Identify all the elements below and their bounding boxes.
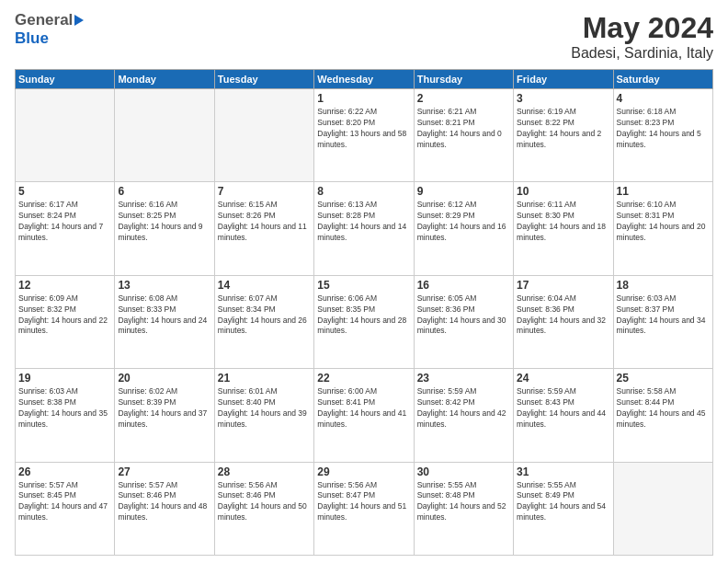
day-info: Sunrise: 5:59 AMSunset: 8:42 PMDaylight:… bbox=[417, 386, 510, 431]
table-row: 9 Sunrise: 6:12 AMSunset: 8:29 PMDayligh… bbox=[414, 182, 513, 275]
day-number: 18 bbox=[617, 279, 710, 292]
title-section: May 2024 Badesi, Sardinia, Italy bbox=[571, 11, 713, 62]
day-number: 31 bbox=[517, 465, 609, 478]
table-row: 6 Sunrise: 6:16 AMSunset: 8:25 PMDayligh… bbox=[115, 182, 214, 275]
day-info: Sunrise: 6:04 AMSunset: 8:36 PMDaylight:… bbox=[517, 293, 609, 338]
table-row: 30 Sunrise: 5:55 AMSunset: 8:48 PMDaylig… bbox=[414, 462, 513, 555]
day-info: Sunrise: 6:01 AMSunset: 8:40 PMDaylight:… bbox=[218, 386, 311, 431]
day-number: 17 bbox=[517, 279, 609, 292]
logo-general-text: General bbox=[15, 11, 73, 29]
table-row: 11 Sunrise: 6:10 AMSunset: 8:31 PMDaylig… bbox=[613, 182, 712, 275]
day-info: Sunrise: 6:22 AMSunset: 8:20 PMDaylight:… bbox=[317, 107, 410, 151]
day-number: 30 bbox=[417, 465, 510, 478]
logo-arrow-icon bbox=[74, 15, 84, 26]
header-friday: Friday bbox=[514, 70, 613, 89]
location-title: Badesi, Sardinia, Italy bbox=[571, 45, 713, 62]
table-row: 31 Sunrise: 5:55 AMSunset: 8:49 PMDaylig… bbox=[514, 462, 613, 555]
day-number: 11 bbox=[617, 185, 710, 198]
table-row: 2 Sunrise: 6:21 AMSunset: 8:21 PMDayligh… bbox=[414, 89, 513, 182]
header-sunday: Sunday bbox=[16, 70, 115, 89]
weekday-header-row: Sunday Monday Tuesday Wednesday Thursday… bbox=[16, 70, 713, 89]
table-row: 1 Sunrise: 6:22 AMSunset: 8:20 PMDayligh… bbox=[314, 89, 414, 182]
day-info: Sunrise: 6:13 AMSunset: 8:28 PMDaylight:… bbox=[317, 200, 410, 244]
day-info: Sunrise: 5:59 AMSunset: 8:43 PMDaylight:… bbox=[517, 386, 609, 431]
week-row-3: 12 Sunrise: 6:09 AMSunset: 8:32 PMDaylig… bbox=[16, 275, 713, 368]
table-row: 24 Sunrise: 5:59 AMSunset: 8:43 PMDaylig… bbox=[514, 369, 613, 462]
header-monday: Monday bbox=[115, 70, 214, 89]
header-thursday: Thursday bbox=[414, 70, 513, 89]
day-number: 5 bbox=[18, 185, 111, 198]
table-row bbox=[613, 462, 712, 555]
day-number: 4 bbox=[617, 92, 710, 105]
logo: General Blue bbox=[15, 11, 84, 48]
header-wednesday: Wednesday bbox=[314, 70, 414, 89]
day-info: Sunrise: 6:11 AMSunset: 8:30 PMDaylight:… bbox=[517, 200, 609, 244]
table-row: 17 Sunrise: 6:04 AMSunset: 8:36 PMDaylig… bbox=[514, 275, 613, 368]
day-info: Sunrise: 5:57 AMSunset: 8:45 PMDaylight:… bbox=[18, 480, 111, 524]
week-row-4: 19 Sunrise: 6:03 AMSunset: 8:38 PMDaylig… bbox=[16, 369, 713, 462]
table-row: 18 Sunrise: 6:03 AMSunset: 8:37 PMDaylig… bbox=[613, 275, 712, 368]
day-number: 19 bbox=[18, 372, 111, 385]
day-number: 20 bbox=[118, 372, 210, 385]
day-number: 21 bbox=[218, 372, 311, 385]
day-info: Sunrise: 5:56 AMSunset: 8:46 PMDaylight:… bbox=[218, 480, 311, 524]
table-row bbox=[115, 89, 214, 182]
day-number: 16 bbox=[417, 279, 510, 292]
day-info: Sunrise: 6:10 AMSunset: 8:31 PMDaylight:… bbox=[617, 200, 710, 244]
table-row: 8 Sunrise: 6:13 AMSunset: 8:28 PMDayligh… bbox=[314, 182, 414, 275]
table-row: 28 Sunrise: 5:56 AMSunset: 8:46 PMDaylig… bbox=[214, 462, 313, 555]
day-info: Sunrise: 5:55 AMSunset: 8:49 PMDaylight:… bbox=[517, 480, 609, 524]
day-number: 22 bbox=[317, 372, 410, 385]
day-info: Sunrise: 6:15 AMSunset: 8:26 PMDaylight:… bbox=[218, 200, 311, 244]
table-row bbox=[214, 89, 313, 182]
week-row-2: 5 Sunrise: 6:17 AMSunset: 8:24 PMDayligh… bbox=[16, 182, 713, 275]
day-number: 7 bbox=[218, 185, 311, 198]
table-row: 26 Sunrise: 5:57 AMSunset: 8:45 PMDaylig… bbox=[16, 462, 115, 555]
table-row: 16 Sunrise: 6:05 AMSunset: 8:36 PMDaylig… bbox=[414, 275, 513, 368]
table-row: 22 Sunrise: 6:00 AMSunset: 8:41 PMDaylig… bbox=[314, 369, 414, 462]
table-row: 20 Sunrise: 6:02 AMSunset: 8:39 PMDaylig… bbox=[115, 369, 214, 462]
day-info: Sunrise: 6:21 AMSunset: 8:21 PMDaylight:… bbox=[417, 107, 510, 151]
day-number: 23 bbox=[417, 372, 510, 385]
day-info: Sunrise: 6:12 AMSunset: 8:29 PMDaylight:… bbox=[417, 200, 510, 244]
week-row-5: 26 Sunrise: 5:57 AMSunset: 8:45 PMDaylig… bbox=[16, 462, 713, 555]
table-row: 10 Sunrise: 6:11 AMSunset: 8:30 PMDaylig… bbox=[514, 182, 613, 275]
month-title: May 2024 bbox=[571, 11, 713, 45]
header-saturday: Saturday bbox=[613, 70, 712, 89]
day-number: 3 bbox=[517, 92, 609, 105]
day-number: 26 bbox=[18, 465, 111, 478]
table-row: 7 Sunrise: 6:15 AMSunset: 8:26 PMDayligh… bbox=[214, 182, 313, 275]
day-number: 6 bbox=[118, 185, 210, 198]
week-row-1: 1 Sunrise: 6:22 AMSunset: 8:20 PMDayligh… bbox=[16, 89, 713, 182]
day-info: Sunrise: 6:00 AMSunset: 8:41 PMDaylight:… bbox=[317, 386, 410, 431]
day-number: 28 bbox=[218, 465, 311, 478]
table-row: 25 Sunrise: 5:58 AMSunset: 8:44 PMDaylig… bbox=[613, 369, 712, 462]
table-row: 15 Sunrise: 6:06 AMSunset: 8:35 PMDaylig… bbox=[314, 275, 414, 368]
table-row bbox=[16, 89, 115, 182]
logo-blue-text: Blue bbox=[15, 29, 49, 48]
day-info: Sunrise: 6:09 AMSunset: 8:32 PMDaylight:… bbox=[18, 293, 111, 338]
header-tuesday: Tuesday bbox=[214, 70, 313, 89]
day-number: 9 bbox=[417, 185, 510, 198]
calendar-table: Sunday Monday Tuesday Wednesday Thursday… bbox=[15, 69, 713, 556]
day-number: 25 bbox=[617, 372, 710, 385]
day-info: Sunrise: 5:56 AMSunset: 8:47 PMDaylight:… bbox=[317, 480, 410, 524]
day-info: Sunrise: 6:16 AMSunset: 8:25 PMDaylight:… bbox=[118, 200, 210, 244]
day-info: Sunrise: 6:03 AMSunset: 8:38 PMDaylight:… bbox=[18, 386, 111, 431]
table-row: 19 Sunrise: 6:03 AMSunset: 8:38 PMDaylig… bbox=[16, 369, 115, 462]
day-number: 24 bbox=[517, 372, 609, 385]
header: General Blue May 2024 Badesi, Sardinia, … bbox=[15, 11, 713, 62]
day-info: Sunrise: 6:05 AMSunset: 8:36 PMDaylight:… bbox=[417, 293, 510, 338]
day-number: 14 bbox=[218, 279, 311, 292]
day-number: 2 bbox=[417, 92, 510, 105]
day-info: Sunrise: 6:08 AMSunset: 8:33 PMDaylight:… bbox=[118, 293, 210, 338]
day-number: 12 bbox=[18, 279, 111, 292]
page: General Blue May 2024 Badesi, Sardinia, … bbox=[0, 0, 728, 563]
table-row: 12 Sunrise: 6:09 AMSunset: 8:32 PMDaylig… bbox=[16, 275, 115, 368]
day-number: 29 bbox=[317, 465, 410, 478]
table-row: 14 Sunrise: 6:07 AMSunset: 8:34 PMDaylig… bbox=[214, 275, 313, 368]
table-row: 4 Sunrise: 6:18 AMSunset: 8:23 PMDayligh… bbox=[613, 89, 712, 182]
day-info: Sunrise: 6:18 AMSunset: 8:23 PMDaylight:… bbox=[617, 107, 710, 151]
day-info: Sunrise: 5:55 AMSunset: 8:48 PMDaylight:… bbox=[417, 480, 510, 524]
table-row: 13 Sunrise: 6:08 AMSunset: 8:33 PMDaylig… bbox=[115, 275, 214, 368]
